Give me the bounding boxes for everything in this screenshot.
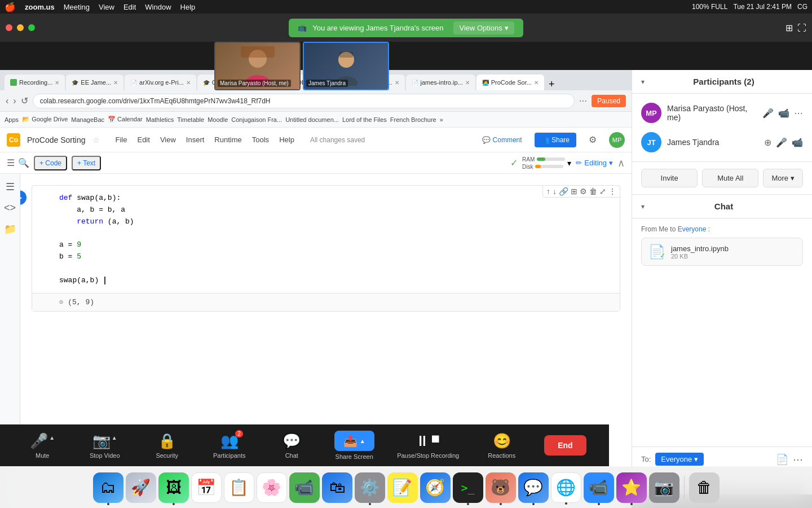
tab-close-james[interactable]: ✕ (465, 80, 470, 86)
chat-options-button[interactable]: ⋯ (793, 453, 803, 466)
dock-bear[interactable]: 🐻 (486, 472, 516, 503)
comment-button[interactable]: 💬 Comment (475, 133, 528, 147)
mute-all-button[interactable]: Mute All (702, 169, 758, 187)
collapse-button[interactable]: ∧ (617, 157, 625, 169)
dock-terminal[interactable]: >_ (453, 472, 483, 503)
close-button[interactable] (6, 24, 12, 31)
dock-sysprefs[interactable]: ⚙️ (355, 472, 385, 503)
editing-button[interactable]: ✏ Editing ▾ (576, 159, 613, 167)
bookmark-timetable[interactable]: Timetable (177, 116, 204, 123)
menu-view[interactable]: View (99, 3, 114, 11)
tab-recording[interactable]: Recording... ✕ (5, 75, 65, 90)
reactions-tool[interactable]: 😊 Reactions (482, 432, 522, 459)
more-button[interactable]: More ▾ (763, 169, 803, 187)
participants-section-header[interactable]: ▾ Participants (2) (632, 70, 812, 94)
cell-code[interactable]: def swap(a,b): a, b = b, a return (a, b)… (32, 186, 620, 293)
recording-tool[interactable]: ⏸ ⏹ Pause/Stop Recording (397, 432, 459, 459)
menu-meeting[interactable]: Meeting (64, 3, 90, 11)
tab-arxiv[interactable]: 📄 arXiv.org e-Pri... ✕ (125, 75, 196, 90)
bookmark-calendar[interactable]: 📅 Calendar (108, 116, 143, 123)
dock-calendar[interactable]: 📅 (191, 472, 222, 503)
gallery-view-icon[interactable]: ⊞ (785, 23, 793, 33)
dock-photos[interactable]: 🌸 (257, 472, 287, 503)
colab-menu-file[interactable]: File (111, 133, 132, 146)
colab-menu-view[interactable]: View (156, 133, 180, 146)
participants-tool[interactable]: 👥 2 Participants (210, 432, 249, 459)
address-bar[interactable] (33, 94, 575, 108)
video-thumb-james[interactable]: James Tjandra (303, 42, 389, 90)
bookmark-untitled[interactable]: Untitled documen... (285, 116, 339, 123)
bookmark-moodle[interactable]: Moodle (208, 116, 228, 123)
share-button[interactable]: 👥 Share (535, 133, 576, 147)
dock-notes[interactable]: 📝 (387, 472, 418, 503)
fullscreen-icon[interactable]: ⛶ (797, 23, 806, 33)
colab-menu-runtime[interactable]: Runtime (210, 133, 246, 146)
colab-menu-edit[interactable]: Edit (133, 133, 154, 146)
dock-screenshot[interactable]: 📷 (649, 472, 679, 503)
back-button[interactable]: ‹ (6, 96, 8, 106)
dock-launchpad[interactable]: 🚀 (126, 472, 156, 503)
bookmark-gdrive[interactable]: 📂 Google Drive (22, 116, 68, 123)
view-options-button[interactable]: View Options ▾ (453, 21, 514, 34)
bookmark-more[interactable]: » (440, 116, 443, 123)
tab-close-arxiv[interactable]: ✕ (186, 80, 191, 86)
bookmark-conjugaison[interactable]: Conjugaison Fra... (231, 116, 282, 123)
link-icon[interactable]: 🔗 (559, 187, 568, 196)
bookmark-french[interactable]: French Brochure (390, 116, 436, 123)
tab-james-intro[interactable]: 📄 james-intro.ip... ✕ (406, 75, 475, 90)
tab-procode[interactable]: 🧑‍💻 ProCode Sor... ✕ (476, 75, 544, 90)
chat-file-button[interactable]: 📄 (776, 453, 788, 466)
chat-tool[interactable]: 💬 Chat (272, 432, 311, 459)
add-code-button[interactable]: + Code (34, 156, 67, 170)
move-up-icon[interactable]: ↑ (546, 187, 550, 196)
video-thumb-marisa[interactable]: Marisa Paryasto (Host, me) (214, 42, 301, 90)
expand-icon[interactable]: ⤢ (599, 187, 606, 196)
dock-zoom[interactable]: 📹 (584, 472, 614, 503)
menu-window[interactable]: Window (145, 3, 171, 11)
mute-tool[interactable]: 🎤 ▲ Mute (23, 432, 62, 459)
code-icon[interactable]: <> (4, 202, 16, 214)
toc-icon[interactable]: ☰ (6, 181, 15, 193)
bookmark-apps[interactable]: Apps (5, 116, 19, 123)
tab-ee[interactable]: 🎓 EE Jame... ✕ (66, 75, 123, 90)
bookmark-mathletics[interactable]: Mathletics (146, 116, 174, 123)
sidebar-toggle-icon[interactable]: ☰ (7, 157, 15, 168)
image-icon[interactable]: ⊞ (571, 187, 577, 196)
stop-video-tool[interactable]: 📷 ▲ Stop Video (85, 432, 125, 459)
dock-safari[interactable]: 🧭 (420, 472, 451, 503)
bookmark-lord[interactable]: Lord of the Files (342, 116, 387, 123)
tab-close-procode[interactable]: ✕ (534, 80, 539, 86)
end-meeting-button[interactable]: End (544, 435, 586, 456)
dock-chrome[interactable]: 🌐 (551, 472, 581, 503)
delete-icon[interactable]: 🗑 (589, 187, 597, 196)
share-screen-tool[interactable]: 📤 ▲ Share Screen (334, 431, 374, 460)
move-down-icon[interactable]: ↓ (553, 187, 557, 196)
colab-menu-insert[interactable]: Insert (182, 133, 209, 146)
chat-to-dropdown[interactable]: Everyone ▾ (655, 453, 704, 466)
dock-preview[interactable]: 🖼 (158, 472, 189, 503)
dock-messenger[interactable]: 💬 (518, 472, 549, 503)
dock-goodlinks[interactable]: ⭐ (616, 472, 647, 503)
colab-menu-help[interactable]: Help (275, 133, 299, 146)
dock-reminders[interactable]: 📋 (224, 472, 254, 503)
dock-facetime[interactable]: 📹 (289, 472, 320, 503)
dock-trash[interactable]: 🗑 (689, 472, 720, 503)
menu-help[interactable]: Help (180, 3, 196, 11)
apple-menu[interactable]: 🍎 (5, 2, 16, 12)
add-text-button[interactable]: + Text (72, 156, 101, 170)
files-icon[interactable]: 📁 (4, 223, 16, 235)
dock-finder[interactable]: 🗂 (93, 472, 123, 503)
forward-button[interactable]: › (13, 96, 16, 106)
extensions-button[interactable]: ⋯ (579, 97, 587, 106)
colab-menu-tools[interactable]: Tools (248, 133, 273, 146)
invite-button[interactable]: Invite (641, 169, 698, 187)
fullscreen-button[interactable] (28, 24, 35, 31)
star-icon[interactable]: ☆ (92, 135, 100, 144)
search-icon[interactable]: 🔍 (18, 157, 29, 168)
security-tool[interactable]: 🔒 Security (147, 432, 187, 459)
gear-icon[interactable]: ⚙ (580, 187, 587, 196)
more-icon[interactable]: ⋮ (608, 187, 616, 196)
run-cell-button[interactable]: ▶ (20, 190, 27, 205)
tab-close-dev[interactable]: ✕ (395, 80, 399, 86)
menu-edit[interactable]: Edit (123, 3, 136, 11)
